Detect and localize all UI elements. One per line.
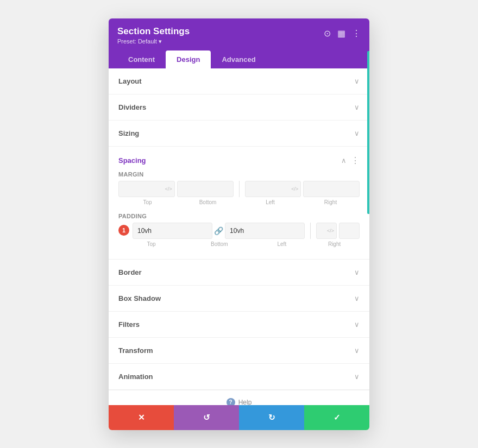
action-bar: ✕ ↺ ↻ ✓ — [109, 405, 369, 430]
margin-top-label: Top — [118, 199, 177, 205]
margin-right-field — [303, 181, 360, 197]
panel-preset[interactable]: Preset: Default ▾ — [117, 38, 190, 45]
accordion-sizing: Sizing ∨ — [109, 121, 369, 147]
padding-bottom-input[interactable] — [225, 223, 305, 239]
padding-tb-wrapper: 🔗 — [133, 223, 305, 239]
help-button[interactable]: ? Help — [227, 398, 252, 405]
padding-linked-pair: 🔗 — [133, 223, 305, 239]
section-settings-panel: Section Settings Preset: Default ▾ ⊙ ▦ ⋮… — [109, 18, 369, 430]
help-icon: ? — [227, 398, 235, 405]
accordion-layout: Layout ∨ — [109, 68, 369, 94]
accordion-border: Border ∨ — [109, 260, 369, 286]
border-chevron-icon: ∨ — [354, 268, 360, 276]
margin-left-field: </> — [245, 181, 301, 197]
boxshadow-chevron-icon: ∨ — [354, 294, 360, 302]
accordion-boxshadow-label: Box Shadow — [118, 294, 161, 302]
margin-bottom-label: Bottom — [179, 199, 237, 205]
accordion-dividers-header[interactable]: Dividers ∨ — [109, 94, 369, 120]
padding-labels: Top Bottom Left Right — [118, 241, 360, 247]
padding-divider — [310, 223, 311, 239]
more-icon[interactable]: ⋮ — [352, 28, 361, 39]
margin-left-code-icon: </> — [291, 186, 298, 192]
accordion-boxshadow-header[interactable]: Box Shadow ∨ — [109, 286, 369, 311]
margin-input-row: </> </> — [118, 181, 360, 197]
accordion-transform-header[interactable]: Transform ∨ — [109, 338, 369, 363]
tabs-bar: Content Design Advanced — [109, 51, 369, 68]
redo-icon: ↻ — [268, 413, 275, 422]
padding-badge: 1 — [118, 225, 129, 236]
spacing-more-icon[interactable]: ⋮ — [351, 155, 360, 166]
accordion-animation: Animation ∨ — [109, 364, 369, 390]
margin-bottom-field — [177, 181, 234, 197]
spacing-section: Spacing ∧ ⋮ Margin </> — [109, 147, 369, 260]
padding-top-input[interactable] — [133, 223, 212, 239]
reset-button[interactable]: ↺ — [174, 405, 239, 430]
margin-labels: Top Bottom Left Right — [118, 199, 360, 205]
padding-bottom-label: Bottom — [186, 241, 252, 247]
link-icon-wrapper: 🔗 — [212, 223, 225, 239]
padding-right-field — [339, 223, 360, 239]
save-button[interactable]: ✓ — [304, 405, 369, 430]
padding-right-input[interactable] — [339, 223, 360, 239]
margin-bottom-input[interactable] — [177, 181, 234, 197]
spacing-header: Spacing ∧ ⋮ — [109, 147, 369, 171]
accordion-dividers-label: Dividers — [118, 103, 146, 111]
filters-chevron-icon: ∨ — [354, 320, 360, 329]
cancel-button[interactable]: ✕ — [109, 405, 174, 430]
accordion-animation-header[interactable]: Animation ∨ — [109, 364, 369, 389]
accordion-layout-label: Layout — [118, 77, 142, 85]
margin-group: Margin </> — [118, 171, 360, 205]
accordion-dividers: Dividers ∨ — [109, 94, 369, 121]
margin-tb-group: </> — [118, 181, 234, 197]
tab-design[interactable]: Design — [166, 51, 211, 68]
margin-left-label: Left — [241, 199, 299, 205]
padding-badge-container: 1 🔗 — [118, 223, 305, 239]
padding-top-label: Top — [118, 241, 184, 247]
padding-left-label: Left — [256, 241, 307, 247]
help-label: Help — [238, 399, 252, 405]
accordion-filters-header[interactable]: Filters ∨ — [109, 312, 369, 337]
save-icon: ✓ — [334, 413, 341, 422]
accordion-sizing-label: Sizing — [118, 129, 139, 137]
margin-label: Margin — [118, 171, 360, 178]
padding-bottom-field — [225, 223, 305, 239]
panel-body: Layout ∨ Dividers ∨ Sizing ∨ Spacing ∧ — [109, 68, 369, 405]
padding-left-field: </> — [316, 223, 337, 239]
padding-top-field — [133, 223, 212, 239]
redo-button[interactable]: ↻ — [239, 405, 304, 430]
spacing-chevron-icon[interactable]: ∧ — [341, 156, 347, 165]
tab-advanced[interactable]: Advanced — [211, 51, 266, 68]
accordion-border-header[interactable]: Border ∨ — [109, 260, 369, 285]
margin-right-input[interactable] — [303, 181, 360, 197]
padding-group: Padding 1 🔗 — [118, 213, 360, 247]
spacing-body: Margin </> — [109, 171, 369, 259]
reset-icon: ↺ — [203, 413, 210, 422]
spacing-title: Spacing — [118, 156, 146, 165]
accordion-filters-label: Filters — [118, 320, 140, 329]
accordion-layout-header[interactable]: Layout ∨ — [109, 68, 369, 94]
scroll-indicator — [367, 51, 369, 214]
padding-lr-labels: Left Right — [256, 241, 360, 247]
margin-lr-group: </> — [245, 181, 360, 197]
padding-input-row: 1 🔗 — [118, 223, 360, 239]
header-left: Section Settings Preset: Default ▾ — [117, 26, 190, 45]
animation-chevron-icon: ∨ — [354, 373, 360, 381]
margin-top-code-icon: </> — [165, 186, 172, 192]
accordion-sizing-header[interactable]: Sizing ∨ — [109, 121, 369, 146]
margin-top-field: </> — [118, 181, 175, 197]
layout-icon[interactable]: ▦ — [337, 28, 345, 39]
panel-header: Section Settings Preset: Default ▾ ⊙ ▦ ⋮ — [109, 18, 369, 51]
panel-footer: ? Help — [109, 390, 369, 405]
accordion-animation-label: Animation — [118, 373, 153, 381]
focus-icon[interactable]: ⊙ — [324, 28, 331, 39]
margin-right-label: Right — [301, 199, 360, 205]
padding-tb-labels: Top Bottom — [118, 241, 252, 247]
spacing-header-icons: ∧ ⋮ — [341, 155, 360, 166]
sizing-chevron-icon: ∨ — [354, 129, 360, 137]
tab-content[interactable]: Content — [117, 51, 166, 68]
padding-link-icon[interactable]: 🔗 — [214, 226, 223, 235]
header-icons: ⊙ ▦ ⋮ — [324, 26, 361, 39]
margin-lr-labels: Left Right — [241, 199, 360, 205]
accordion-transform-label: Transform — [118, 346, 153, 355]
accordion-filters: Filters ∨ — [109, 312, 369, 338]
